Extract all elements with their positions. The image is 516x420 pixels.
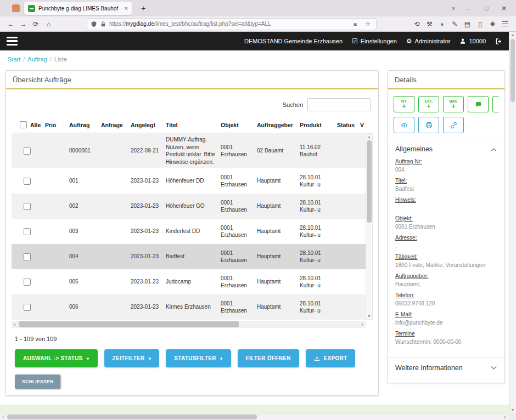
- search-input[interactable]: [307, 98, 371, 111]
- breadcrumb-start[interactable]: Start: [8, 56, 20, 63]
- col-angelegt[interactable]: Angelegt: [128, 120, 163, 130]
- window-maximize-button[interactable]: □: [478, 5, 495, 12]
- url-bar[interactable]: https://mygdiag.de/limes_test/bhc/auftra…: [87, 18, 377, 30]
- home-button[interactable]: ⌂: [42, 18, 55, 30]
- table-row[interactable]: 005 2023-01-23 Judocamp 0001 Erzhausen H…: [12, 269, 366, 294]
- row-checkbox[interactable]: [24, 203, 31, 210]
- comment-button[interactable]: [468, 96, 489, 112]
- page-vertical-scrollbar[interactable]: ▲ ▼: [509, 32, 516, 413]
- forward-button[interactable]: →: [17, 18, 30, 30]
- row-checkbox[interactable]: [24, 253, 31, 260]
- history-icon[interactable]: ⟲: [411, 18, 423, 30]
- lock-icon[interactable]: [100, 21, 106, 27]
- scroll-left-icon[interactable]: ‹: [0, 413, 7, 420]
- highlight-icon[interactable]: ✎: [448, 18, 461, 30]
- scroll-up-icon[interactable]: ▲: [367, 134, 371, 139]
- col-status[interactable]: Status: [334, 120, 357, 130]
- scroll-right-icon[interactable]: ›: [502, 413, 508, 420]
- einstellungen-link[interactable]: ☑ Einstellungen: [352, 38, 397, 44]
- row-checkbox[interactable]: [24, 147, 31, 155]
- statusfilter-button[interactable]: STATUSFILTER▾: [166, 349, 231, 367]
- row-checkbox[interactable]: [24, 228, 31, 235]
- tools-icon[interactable]: ⚒: [423, 18, 436, 30]
- row-checkbox[interactable]: [24, 178, 31, 185]
- table-row-selected[interactable]: 004 2023-01-23 Badfest 0001 Erzhausen Ha…: [12, 244, 366, 269]
- auswahl-status-button[interactable]: AUSWAHL -> STATUS▾: [15, 349, 98, 367]
- window-close-button[interactable]: ✕: [495, 5, 513, 12]
- library-icon[interactable]: ▤: [461, 18, 474, 30]
- logout-button[interactable]: [495, 38, 502, 45]
- table-row[interactable]: 003 2023-01-23 Kinderfest DD 0001 Erzhau…: [12, 219, 366, 244]
- window-minimize-button[interactable]: –: [460, 5, 478, 12]
- user-link[interactable]: 10000: [459, 38, 486, 44]
- section-allgemeines[interactable]: Allgemeines: [394, 139, 499, 158]
- scroll-left-icon[interactable]: ‹: [12, 321, 18, 328]
- link-button[interactable]: [443, 117, 464, 133]
- table-horizontal-scrollbar[interactable]: ‹ ›: [12, 321, 366, 328]
- cell-status: [334, 304, 357, 310]
- table-hscroll-thumb[interactable]: [19, 321, 239, 327]
- table-vscroll-thumb[interactable]: [367, 140, 372, 223]
- bau-add-button[interactable]: BAU +: [443, 96, 464, 112]
- print-button[interactable]: [418, 117, 439, 133]
- scroll-right-icon[interactable]: ›: [359, 321, 366, 328]
- scroll-up-icon[interactable]: ▲: [509, 33, 516, 37]
- administrator-link[interactable]: ⚙ Administrator: [406, 38, 451, 44]
- extensions-icon[interactable]: ❖: [486, 18, 499, 30]
- export-button[interactable]: EXPORT: [306, 349, 356, 367]
- filter-oeffnen-button[interactable]: FILTER ÖFFNEN: [238, 349, 299, 367]
- page-hscroll-thumb[interactable]: [7, 415, 257, 419]
- table-row[interactable]: 001 2023-01-23 Höhenfeuer DD 0001 Erzhau…: [12, 168, 366, 194]
- table-row[interactable]: 0000001 2022-09-21 DUMMY-Auftrag. Nutzen…: [12, 133, 366, 168]
- page-viewport: DEMOSTAND Gemeinde Erzhausen ☑ Einstellu…: [0, 32, 509, 413]
- view-button[interactable]: [394, 117, 414, 133]
- shield-icon[interactable]: [91, 21, 97, 27]
- cell-prio: [42, 304, 66, 310]
- app-menu-icon[interactable]: [7, 37, 18, 46]
- page-vscroll-thumb[interactable]: [511, 39, 515, 102]
- cell-produkt: 28.10.01 Kultur- u: [297, 247, 334, 267]
- col-prio[interactable]: Prio: [42, 120, 66, 130]
- section-weitere-informationen[interactable]: Weitere Informationen: [394, 358, 499, 377]
- row-checkbox[interactable]: [24, 304, 31, 311]
- col-objekt[interactable]: Objekt: [218, 120, 254, 130]
- bookmark-star-icon[interactable]: ☆: [363, 18, 373, 30]
- scroll-down-icon[interactable]: ▼: [509, 408, 516, 412]
- firefox-view-icon[interactable]: [12, 4, 20, 12]
- table-row[interactable]: 002 2023-01-23 Höhenfeuer GO 0001 Erzhau…: [12, 194, 366, 219]
- browser-tab[interactable]: Punchbyte g-diag LIMES Bauhof ×: [24, 2, 132, 15]
- cell-anfrage: [98, 178, 128, 184]
- breadcrumb-auftrag[interactable]: Auftrag: [27, 56, 47, 63]
- new-tab-button[interactable]: +: [137, 4, 149, 13]
- col-produkt[interactable]: Produkt: [297, 120, 334, 130]
- toolbar-right-icons: ⟲ ⚒ ◗ ✎ ▤ ▯ ❖: [411, 18, 512, 30]
- cell-prio: [42, 178, 66, 184]
- pocket-icon[interactable]: ◗: [436, 18, 448, 30]
- col-verantwortlich[interactable]: V: [357, 120, 366, 130]
- device-icon[interactable]: ▯: [474, 18, 486, 30]
- col-auftrag[interactable]: Auftrag: [66, 120, 98, 130]
- col-auftraggeber[interactable]: Auftraggeber: [254, 120, 297, 130]
- scroll-down-icon[interactable]: ▼: [367, 314, 371, 319]
- col-alle[interactable]: Alle: [12, 119, 42, 130]
- page-horizontal-scrollbar[interactable]: ‹ ›: [0, 413, 516, 420]
- ext-add-button[interactable]: EXT. +: [418, 96, 439, 112]
- reader-mode-icon[interactable]: ≡: [350, 18, 360, 30]
- table-row[interactable]: 006 2023-01-23 Kirmes Erzhausen 0001 Erz…: [12, 294, 366, 320]
- row-checkbox[interactable]: [24, 279, 31, 286]
- schliessen-button[interactable]: SCHLIESSEN: [15, 374, 60, 389]
- select-all-checkbox[interactable]: [20, 121, 27, 128]
- reload-button[interactable]: ⟳: [30, 18, 42, 30]
- col-anfrage[interactable]: Anfrage: [98, 120, 128, 130]
- cell-angelegt: 2023-01-23: [128, 225, 163, 238]
- menu-icon[interactable]: [499, 18, 512, 30]
- col-titel[interactable]: Titel: [163, 120, 218, 130]
- tab-close-icon[interactable]: ×: [125, 5, 128, 12]
- int-add-button[interactable]: INT. +: [394, 96, 414, 112]
- tab-list-icon[interactable]: ∨: [447, 5, 460, 11]
- search-label: Suchen: [283, 101, 303, 108]
- table-vertical-scrollbar[interactable]: ▲ ▼: [366, 133, 373, 320]
- edit-button[interactable]: [492, 96, 499, 112]
- zeitfilter-button[interactable]: ZEITFILTER▾: [104, 349, 160, 367]
- back-button[interactable]: ←: [4, 18, 17, 30]
